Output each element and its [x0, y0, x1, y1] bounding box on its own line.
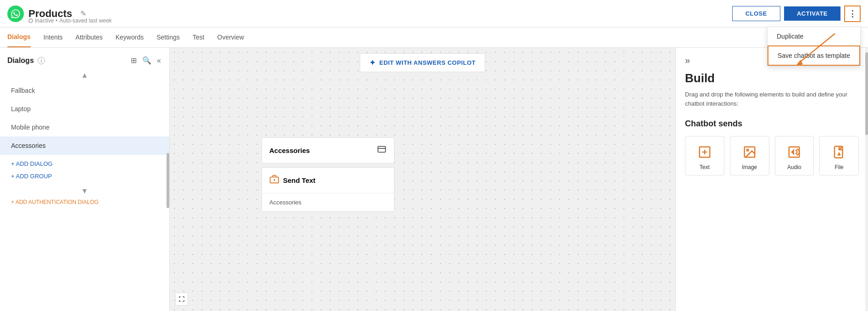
more-options-button[interactable]: ⋮: [844, 6, 861, 22]
info-icon: i: [38, 57, 45, 64]
element-card-text[interactable]: Text: [685, 136, 724, 175]
tab-keywords[interactable]: Keywords: [116, 28, 144, 47]
autosave-label: Auto-saved last week: [60, 17, 112, 24]
right-panel-desc: Drag and drop the following elements to …: [685, 90, 859, 108]
sidebar: Dialogs i ⊞ 🔍 « ▲ Fallback Laptop Mobile…: [0, 48, 170, 311]
element-card-audio[interactable]: Audio: [775, 136, 814, 175]
scroll-down-indicator: ▼: [0, 185, 169, 197]
file-element-label: File: [835, 164, 843, 170]
copilot-icon: ✦: [369, 58, 376, 67]
search-icon[interactable]: 🔍: [141, 55, 152, 66]
text-element-label: Text: [700, 164, 710, 170]
add-dialog-button[interactable]: + ADD DIALOG: [7, 158, 162, 169]
inactive-label: Inactive: [35, 17, 54, 24]
sidebar-header: Dialogs i ⊞ 🔍 «: [0, 48, 169, 69]
copilot-button[interactable]: ✦ EDIT WITH ANSWERS COPILOT: [360, 53, 485, 72]
node-send-text-body: Accessories: [262, 193, 394, 211]
main-layout: Dialogs i ⊞ 🔍 « ▲ Fallback Laptop Mobile…: [0, 48, 868, 311]
dropdown-menu: Duplicate Save chatbot as template: [767, 27, 861, 66]
edit-icon[interactable]: ✎: [80, 9, 86, 18]
close-button[interactable]: CLOSE: [732, 6, 780, 21]
element-card-image[interactable]: Image: [730, 136, 769, 175]
tab-dialogs[interactable]: Dialogs: [7, 28, 31, 47]
add-group-button[interactable]: + ADD GROUP: [7, 171, 162, 181]
header-status: Inactive • Auto-saved last week: [28, 17, 112, 24]
sidebar-item-fallback[interactable]: Fallback: [0, 81, 169, 100]
send-text-icon: [269, 174, 279, 187]
collapse-icon[interactable]: «: [156, 56, 162, 66]
right-panel-title: Build: [685, 71, 859, 85]
sidebar-scrollbar-thumb: [167, 153, 169, 208]
node-send-text-header: Send Text: [262, 168, 394, 193]
sidebar-item-accessories[interactable]: Accessories: [0, 136, 169, 155]
grid-view-icon[interactable]: ⊞: [130, 55, 138, 66]
file-element-icon: [831, 144, 847, 160]
text-element-icon: [696, 144, 713, 160]
node-send-text[interactable]: Send Text Accessories: [262, 167, 395, 212]
canvas-expand-button[interactable]: [175, 293, 188, 305]
dropdown-item-duplicate[interactable]: Duplicate: [768, 27, 860, 45]
canvas-toolbar: ✦ EDIT WITH ANSWERS COPILOT: [360, 53, 485, 72]
sidebar-title: Dialogs i: [7, 57, 126, 65]
svg-rect-2: [378, 147, 386, 153]
status-dot: [28, 18, 33, 23]
sidebar-item-laptop[interactable]: Laptop: [0, 100, 169, 118]
tab-settings[interactable]: Settings: [156, 28, 180, 47]
right-panel: » Build Drag and drop the following elem…: [675, 48, 868, 311]
sidebar-actions: + ADD DIALOG + ADD GROUP: [0, 155, 169, 185]
audio-element-label: Audio: [787, 164, 801, 170]
node-accessories[interactable]: Accessories: [262, 137, 395, 164]
element-card-file[interactable]: File: [819, 136, 859, 175]
node-accessories-icon: [377, 144, 387, 157]
canvas-area[interactable]: ✦ EDIT WITH ANSWERS COPILOT Accessories: [170, 48, 675, 311]
audio-element-icon: [786, 144, 802, 160]
nav-tabs: Dialogs Intents Attributes Keywords Sett…: [0, 28, 868, 48]
add-auth-dialog-button[interactable]: + ADD AUTHENTICATION DIALOG: [0, 197, 169, 207]
sidebar-list: ▲ Fallback Laptop Mobile phone Accessori…: [0, 69, 169, 311]
activate-button[interactable]: ACTIVATE: [784, 6, 840, 21]
chatbot-sends-title: Chatbot sends: [685, 119, 859, 129]
right-panel-scrollbar: [865, 48, 868, 311]
image-element-label: Image: [742, 164, 757, 170]
tab-test[interactable]: Test: [193, 28, 205, 47]
elements-grid: Text Image: [685, 136, 859, 175]
image-element-icon: [741, 144, 758, 160]
dropdown-item-save-template[interactable]: Save chatbot as template: [768, 45, 860, 66]
tab-intents[interactable]: Intents: [44, 28, 63, 47]
tab-overview[interactable]: Overview: [217, 28, 244, 47]
header-actions: CLOSE ACTIVATE ⋮: [732, 6, 861, 22]
svg-point-8: [746, 149, 748, 151]
tab-attributes[interactable]: Attributes: [76, 28, 103, 47]
svg-marker-10: [792, 150, 794, 154]
sidebar-item-mobile-phone[interactable]: Mobile phone: [0, 118, 169, 136]
scroll-up-indicator: ▲: [0, 69, 169, 81]
whatsapp-logo: [7, 6, 24, 22]
node-accessories-header: Accessories: [262, 138, 394, 163]
header: Products ✎ Inactive • Auto-saved last we…: [0, 0, 868, 28]
right-panel-scrollbar-thumb: [865, 52, 868, 135]
